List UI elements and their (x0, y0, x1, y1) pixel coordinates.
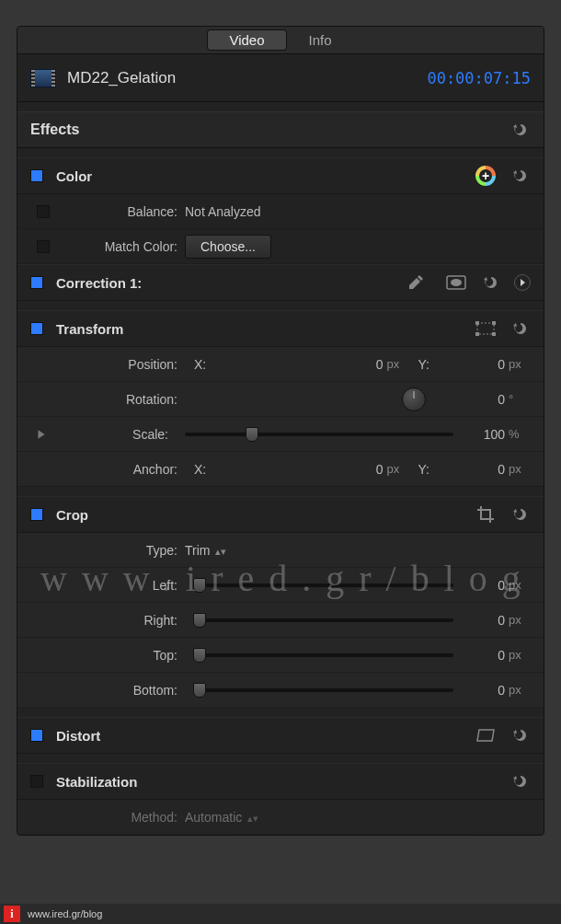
position-label: Position: (56, 357, 185, 372)
px-unit: px (509, 613, 531, 627)
rotation-row: Rotation: 0 ° (17, 382, 544, 417)
stabilization-enable-checkbox[interactable] (30, 775, 43, 788)
crop-left-slider[interactable] (194, 577, 453, 594)
pct-unit: % (509, 427, 531, 441)
color-title: Color (56, 168, 457, 184)
px-unit: px (509, 683, 531, 697)
add-correction-icon[interactable] (474, 165, 498, 187)
svg-rect-4 (492, 321, 496, 325)
method-dropdown[interactable]: Automatic▴▾ (185, 810, 258, 825)
stabilization-header[interactable]: Stabilization (17, 763, 544, 800)
reset-icon[interactable] (510, 504, 531, 525)
crop-top-slider[interactable] (194, 647, 453, 664)
correction-label: Correction 1: (56, 275, 387, 291)
px-unit: px (509, 462, 531, 476)
distort-header[interactable]: Distort (17, 717, 544, 754)
match-color-label: Match Color: (56, 239, 185, 254)
eyedropper-icon[interactable] (404, 271, 428, 294)
stabilization-title: Stabilization (56, 774, 498, 790)
anchor-x-value[interactable]: 0 (341, 462, 384, 477)
svg-point-1 (451, 279, 462, 286)
anchor-y-value[interactable]: 0 (463, 462, 505, 477)
disclosure-icon[interactable] (36, 429, 47, 440)
reset-icon[interactable] (510, 166, 531, 186)
crop-type-row: Type: Trim▴▾ (17, 533, 544, 568)
color-enable-checkbox[interactable] (30, 169, 43, 182)
position-y-value[interactable]: 0 (463, 357, 505, 372)
crop-bottom-row: Bottom: 0 px (17, 673, 544, 708)
top-label: Top: (56, 648, 185, 663)
balance-value: Not Analyzed (185, 204, 261, 219)
type-label: Type: (56, 543, 185, 558)
deg-unit: ° (509, 392, 531, 406)
tab-info[interactable]: Info (287, 29, 354, 51)
crop-left-row: Left: 0 px (17, 568, 544, 603)
px-unit: px (387, 462, 409, 476)
show-correction-icon[interactable] (514, 274, 531, 291)
scale-value[interactable]: 100 (463, 427, 505, 442)
footer-text: www.ired.gr/blog (28, 908, 102, 919)
transform-enable-checkbox[interactable] (30, 322, 43, 335)
distort-onscreen-icon[interactable] (474, 724, 498, 746)
crop-bottom-value[interactable]: 0 (463, 683, 505, 698)
correction-enable-checkbox[interactable] (30, 276, 43, 289)
px-unit: px (387, 357, 409, 371)
position-x-value[interactable]: 0 (341, 357, 384, 372)
crop-right-slider[interactable] (194, 612, 453, 629)
scale-slider[interactable] (185, 426, 453, 443)
crop-left-value[interactable]: 0 (463, 578, 505, 593)
svg-rect-3 (475, 321, 479, 325)
reset-icon[interactable] (510, 725, 531, 745)
reset-icon[interactable] (510, 771, 531, 791)
px-unit: px (509, 357, 531, 371)
crop-top-row: Top: 0 px (17, 638, 544, 673)
left-label: Left: (56, 578, 185, 593)
crop-right-row: Right: 0 px (17, 603, 544, 638)
crop-top-value[interactable]: 0 (463, 648, 505, 663)
position-row: Position: X: 0 px Y: 0 px (17, 347, 544, 382)
balance-row: Balance: Not Analyzed (17, 194, 544, 229)
crop-bottom-slider[interactable] (194, 682, 453, 699)
method-label: Method: (56, 810, 185, 825)
match-color-enable-checkbox[interactable] (37, 240, 50, 253)
reset-icon[interactable] (481, 272, 501, 293)
transform-onscreen-icon[interactable] (474, 318, 498, 340)
color-header[interactable]: Color (17, 157, 544, 194)
footer-icon: i (4, 906, 20, 922)
choose-button[interactable]: Choose... (185, 235, 271, 259)
reset-icon[interactable] (510, 318, 531, 339)
crop-enable-checkbox[interactable] (30, 508, 43, 521)
correction-row: Correction 1: (17, 264, 544, 301)
mask-icon[interactable] (444, 271, 468, 294)
y-label: Y: (418, 357, 429, 372)
rotation-knob[interactable] (402, 387, 426, 411)
effects-header: Effects (17, 111, 544, 148)
rotation-label: Rotation: (56, 392, 185, 407)
anchor-row: Anchor: X: 0 px Y: 0 px (17, 452, 544, 487)
balance-enable-checkbox[interactable] (37, 205, 50, 218)
transform-header[interactable]: Transform (17, 310, 544, 347)
tab-video[interactable]: Video (207, 29, 286, 51)
x-label: X: (194, 462, 206, 477)
distort-enable-checkbox[interactable] (30, 729, 43, 742)
bottom-label: Bottom: (56, 683, 185, 698)
clip-header: MD22_Gelation 00:00:07:15 (17, 54, 544, 102)
crop-title: Crop (56, 507, 457, 523)
stabilization-method-row: Method: Automatic▴▾ (17, 800, 544, 835)
reset-icon[interactable] (510, 120, 531, 140)
svg-rect-6 (492, 332, 496, 336)
svg-rect-2 (477, 323, 494, 334)
crop-header[interactable]: Crop (17, 496, 544, 533)
y-label: Y: (418, 462, 429, 477)
crop-onscreen-icon[interactable] (474, 503, 498, 526)
rotation-value[interactable]: 0 (463, 392, 505, 407)
scale-row: Scale: 100 % (17, 417, 544, 452)
timecode: 00:00:07:15 (427, 69, 531, 87)
crop-right-value[interactable]: 0 (463, 613, 505, 628)
px-unit: px (509, 578, 531, 592)
balance-label: Balance: (56, 204, 185, 219)
effects-title: Effects (30, 121, 510, 138)
crop-type-dropdown[interactable]: Trim▴▾ (185, 543, 226, 558)
svg-rect-5 (475, 332, 479, 336)
px-unit: px (509, 648, 531, 662)
